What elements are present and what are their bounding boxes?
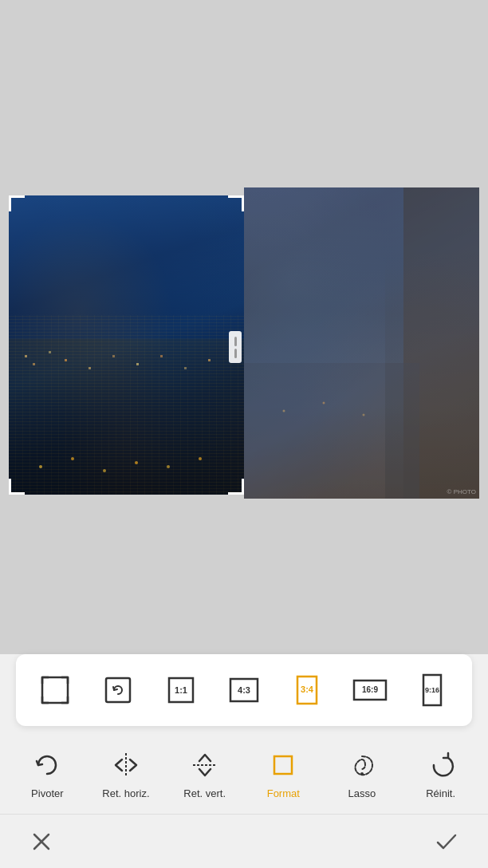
lasso-label: Lasso [348,787,376,799]
format-icon [267,749,299,781]
reinit-label: Réinit. [426,787,455,799]
format-button[interactable]: Format [247,749,319,799]
right-drag-handle[interactable] [229,331,242,363]
pivoter-label: Pivoter [31,787,63,799]
svg-text:9:16: 9:16 [425,686,439,694]
ratio-1-1-icon: 1:1 [167,676,195,704]
ratio-original[interactable] [90,662,146,718]
ret-vert-label: Ret. vert. [183,787,226,799]
image-area: © PHOTO [0,0,488,654]
svg-text:1:1: 1:1 [175,685,187,695]
ret-vert-button[interactable]: Ret. vert. [169,749,241,799]
bottom-bar [0,814,488,868]
svg-point-22 [323,402,325,404]
pivoter-button[interactable]: Pivoter [11,749,83,799]
ret-horiz-button[interactable]: Ret. horiz. [90,749,162,799]
ratio-bar: 1:1 4:3 3:4 16:9 [16,654,472,726]
ret-horiz-label: Ret. horiz. [102,787,149,799]
cancel-icon [30,830,53,854]
ratio-4-3[interactable]: 4:3 [216,662,272,718]
ratio-3-4[interactable]: 3:4 [279,662,335,718]
svg-rect-46 [274,756,292,774]
lasso-button[interactable]: Lasso [326,749,398,799]
ratio-1-1[interactable]: 1:1 [153,662,209,718]
svg-point-21 [283,410,285,412]
format-label: Format [267,787,300,799]
svg-point-23 [363,414,365,416]
svg-rect-24 [42,677,68,703]
image-right: © PHOTO [244,187,479,499]
original-icon [104,676,132,704]
confirm-icon [435,830,458,854]
ratio-4-3-icon: 4:3 [228,677,260,704]
free-crop-icon [41,676,69,704]
cancel-button[interactable] [24,824,59,859]
lasso-icon [346,749,378,781]
reinit-icon [425,749,457,781]
ratio-16-9-icon: 16:9 [352,678,388,702]
ratio-9-16-icon: 9:16 [421,673,443,708]
ratio-3-4-icon: 3:4 [295,674,319,706]
svg-point-47 [360,772,364,775]
svg-rect-33 [106,678,130,702]
svg-text:4:3: 4:3 [238,685,250,695]
toolbar-area: 1:1 4:3 3:4 16:9 [0,654,488,868]
svg-text:3:4: 3:4 [301,685,314,694]
svg-rect-20 [244,363,419,499]
ratio-9-16[interactable]: 9:16 [404,662,460,718]
action-bar: Pivoter Ret. horiz. [0,734,488,814]
image-left[interactable] [9,195,244,495]
watermark: © PHOTO [447,488,476,495]
reinit-button[interactable]: Réinit. [405,749,477,799]
ret-horiz-icon [110,749,142,781]
confirm-button[interactable] [429,824,464,859]
ratio-free[interactable] [27,662,83,718]
pivoter-icon [31,749,63,781]
image-container: © PHOTO [9,187,479,499]
svg-text:16:9: 16:9 [362,685,378,694]
ret-vert-icon [189,749,221,781]
ratio-16-9[interactable]: 16:9 [342,662,398,718]
